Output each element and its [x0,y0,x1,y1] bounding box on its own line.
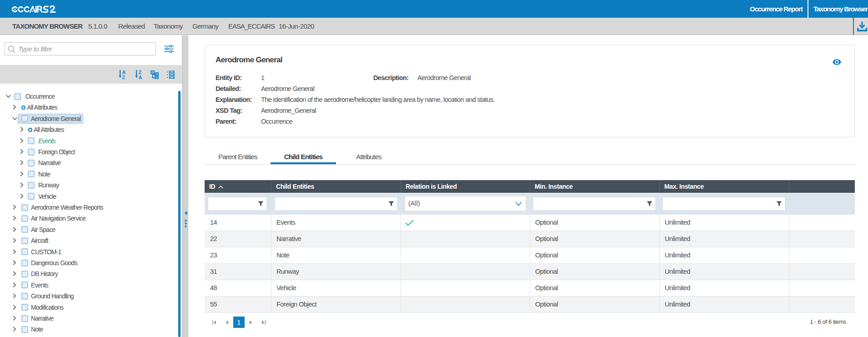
svg-text:A: A [139,75,142,80]
svg-text:Z: Z [122,75,125,80]
